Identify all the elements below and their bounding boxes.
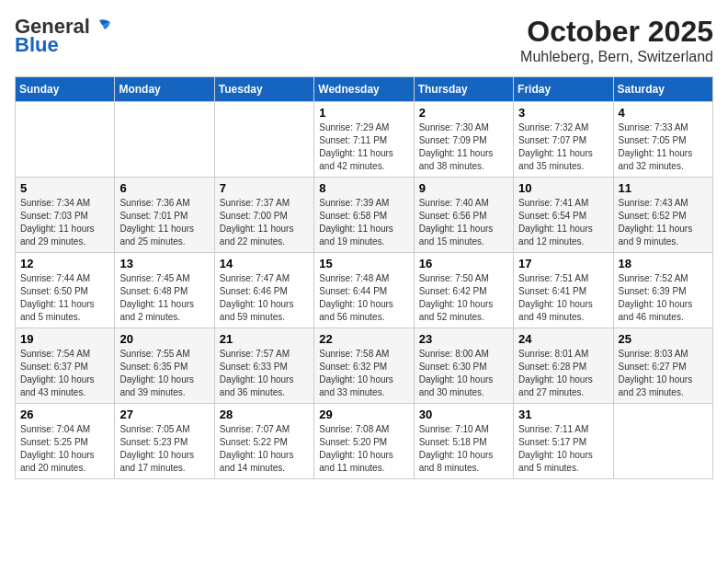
calendar-cell: 7Sunrise: 7:37 AM Sunset: 7:00 PM Daylig… xyxy=(214,178,313,253)
day-info: Sunrise: 7:37 AM Sunset: 7:00 PM Dayligh… xyxy=(220,197,309,248)
calendar-cell: 12Sunrise: 7:44 AM Sunset: 6:50 PM Dayli… xyxy=(16,253,115,328)
calendar-cell: 22Sunrise: 7:58 AM Sunset: 6:32 PM Dayli… xyxy=(314,328,414,404)
calendar-cell: 18Sunrise: 7:52 AM Sunset: 6:39 PM Dayli… xyxy=(613,253,712,328)
weekday-header-thursday: Thursday xyxy=(414,77,513,102)
day-number: 15 xyxy=(319,257,408,270)
calendar-week-row: 12Sunrise: 7:44 AM Sunset: 6:50 PM Dayli… xyxy=(16,253,713,328)
day-info: Sunrise: 7:52 AM Sunset: 6:39 PM Dayligh… xyxy=(619,272,708,324)
calendar-cell: 24Sunrise: 8:01 AM Sunset: 6:28 PM Dayli… xyxy=(514,328,613,404)
day-number: 31 xyxy=(518,408,608,421)
day-number: 24 xyxy=(518,332,608,346)
day-info: Sunrise: 7:36 AM Sunset: 7:01 PM Dayligh… xyxy=(119,197,209,248)
calendar-cell: 17Sunrise: 7:51 AM Sunset: 6:41 PM Dayli… xyxy=(514,253,613,328)
day-number: 8 xyxy=(319,181,408,195)
day-number: 27 xyxy=(119,408,209,421)
title-block: October 2025 Muhleberg, Bern, Switzerlan… xyxy=(520,15,713,65)
day-info: Sunrise: 8:01 AM Sunset: 6:28 PM Dayligh… xyxy=(518,348,608,399)
day-info: Sunrise: 7:40 AM Sunset: 6:56 PM Dayligh… xyxy=(419,197,508,248)
weekday-header-sunday: Sunday xyxy=(16,77,115,102)
calendar-cell: 28Sunrise: 7:07 AM Sunset: 5:22 PM Dayli… xyxy=(214,404,313,479)
weekday-header-tuesday: Tuesday xyxy=(214,77,313,102)
day-number: 19 xyxy=(20,332,109,346)
day-info: Sunrise: 7:57 AM Sunset: 6:33 PM Dayligh… xyxy=(220,348,309,399)
logo: General Blue xyxy=(15,15,112,57)
day-info: Sunrise: 7:08 AM Sunset: 5:20 PM Dayligh… xyxy=(319,423,408,475)
day-number: 26 xyxy=(20,408,109,421)
day-number: 21 xyxy=(220,332,309,346)
calendar-cell: 8Sunrise: 7:39 AM Sunset: 6:58 PM Daylig… xyxy=(314,178,414,253)
calendar-cell xyxy=(613,404,712,479)
weekday-header-monday: Monday xyxy=(115,77,214,102)
day-info: Sunrise: 7:30 AM Sunset: 7:09 PM Dayligh… xyxy=(419,121,508,173)
calendar-cell: 3Sunrise: 7:32 AM Sunset: 7:07 PM Daylig… xyxy=(514,102,613,178)
day-info: Sunrise: 7:11 AM Sunset: 5:17 PM Dayligh… xyxy=(518,423,608,475)
calendar-week-row: 5Sunrise: 7:34 AM Sunset: 7:03 PM Daylig… xyxy=(16,178,713,253)
day-info: Sunrise: 7:07 AM Sunset: 5:22 PM Dayligh… xyxy=(220,423,309,475)
weekday-header-saturday: Saturday xyxy=(613,77,712,102)
day-number: 5 xyxy=(20,181,109,195)
calendar-cell xyxy=(214,102,313,178)
calendar-cell: 9Sunrise: 7:40 AM Sunset: 6:56 PM Daylig… xyxy=(414,178,513,253)
day-info: Sunrise: 7:44 AM Sunset: 6:50 PM Dayligh… xyxy=(20,272,109,324)
location-title: Muhleberg, Bern, Switzerland xyxy=(520,49,713,65)
day-number: 13 xyxy=(119,257,209,270)
day-number: 1 xyxy=(319,106,408,120)
calendar-cell: 13Sunrise: 7:45 AM Sunset: 6:48 PM Dayli… xyxy=(115,253,214,328)
calendar-cell xyxy=(115,102,214,178)
day-info: Sunrise: 7:55 AM Sunset: 6:35 PM Dayligh… xyxy=(119,348,209,399)
day-number: 20 xyxy=(119,332,209,346)
calendar-cell: 31Sunrise: 7:11 AM Sunset: 5:17 PM Dayli… xyxy=(514,404,613,479)
calendar-cell: 27Sunrise: 7:05 AM Sunset: 5:23 PM Dayli… xyxy=(115,404,214,479)
day-number: 9 xyxy=(419,181,508,195)
day-info: Sunrise: 8:03 AM Sunset: 6:27 PM Dayligh… xyxy=(619,348,708,399)
weekday-header-row: SundayMondayTuesdayWednesdayThursdayFrid… xyxy=(16,77,713,102)
day-number: 7 xyxy=(220,181,309,195)
day-info: Sunrise: 7:10 AM Sunset: 5:18 PM Dayligh… xyxy=(419,423,508,475)
day-info: Sunrise: 7:54 AM Sunset: 6:37 PM Dayligh… xyxy=(20,348,109,399)
day-number: 23 xyxy=(419,332,508,346)
calendar-cell: 6Sunrise: 7:36 AM Sunset: 7:01 PM Daylig… xyxy=(115,178,214,253)
day-number: 3 xyxy=(518,106,608,120)
weekday-header-friday: Friday xyxy=(514,77,613,102)
day-number: 14 xyxy=(220,257,309,270)
calendar-week-row: 1Sunrise: 7:29 AM Sunset: 7:11 PM Daylig… xyxy=(16,102,713,178)
day-info: Sunrise: 7:41 AM Sunset: 6:54 PM Dayligh… xyxy=(518,197,608,248)
calendar-cell: 30Sunrise: 7:10 AM Sunset: 5:18 PM Dayli… xyxy=(414,404,513,479)
day-info: Sunrise: 7:43 AM Sunset: 6:52 PM Dayligh… xyxy=(619,197,708,248)
calendar-cell: 16Sunrise: 7:50 AM Sunset: 6:42 PM Dayli… xyxy=(414,253,513,328)
day-number: 25 xyxy=(619,332,708,346)
day-number: 12 xyxy=(20,257,109,270)
day-number: 18 xyxy=(619,257,708,270)
calendar-cell: 26Sunrise: 7:04 AM Sunset: 5:25 PM Dayli… xyxy=(16,404,115,479)
calendar-cell: 25Sunrise: 8:03 AM Sunset: 6:27 PM Dayli… xyxy=(613,328,712,404)
calendar-cell: 4Sunrise: 7:33 AM Sunset: 7:05 PM Daylig… xyxy=(613,102,712,178)
day-number: 4 xyxy=(619,106,708,120)
day-info: Sunrise: 7:47 AM Sunset: 6:46 PM Dayligh… xyxy=(220,272,309,324)
weekday-header-wednesday: Wednesday xyxy=(314,77,414,102)
calendar-week-row: 26Sunrise: 7:04 AM Sunset: 5:25 PM Dayli… xyxy=(16,404,713,479)
logo-bird-icon xyxy=(92,18,112,35)
calendar-cell: 1Sunrise: 7:29 AM Sunset: 7:11 PM Daylig… xyxy=(314,102,414,178)
calendar-cell: 15Sunrise: 7:48 AM Sunset: 6:44 PM Dayli… xyxy=(314,253,414,328)
day-number: 2 xyxy=(419,106,508,120)
calendar-cell: 14Sunrise: 7:47 AM Sunset: 6:46 PM Dayli… xyxy=(214,253,313,328)
day-number: 30 xyxy=(419,408,508,421)
calendar-cell: 29Sunrise: 7:08 AM Sunset: 5:20 PM Dayli… xyxy=(314,404,414,479)
day-info: Sunrise: 7:48 AM Sunset: 6:44 PM Dayligh… xyxy=(319,272,408,324)
day-number: 10 xyxy=(518,181,608,195)
day-info: Sunrise: 7:29 AM Sunset: 7:11 PM Dayligh… xyxy=(319,121,408,173)
calendar-cell: 19Sunrise: 7:54 AM Sunset: 6:37 PM Dayli… xyxy=(16,328,115,404)
calendar-cell xyxy=(16,102,115,178)
day-info: Sunrise: 7:50 AM Sunset: 6:42 PM Dayligh… xyxy=(419,272,508,324)
day-info: Sunrise: 7:33 AM Sunset: 7:05 PM Dayligh… xyxy=(619,121,708,173)
calendar-cell: 2Sunrise: 7:30 AM Sunset: 7:09 PM Daylig… xyxy=(414,102,513,178)
day-info: Sunrise: 7:39 AM Sunset: 6:58 PM Dayligh… xyxy=(319,197,408,248)
day-number: 11 xyxy=(619,181,708,195)
logo-blue-text: Blue xyxy=(15,33,59,57)
day-info: Sunrise: 7:05 AM Sunset: 5:23 PM Dayligh… xyxy=(119,423,209,475)
calendar-cell: 23Sunrise: 8:00 AM Sunset: 6:30 PM Dayli… xyxy=(414,328,513,404)
day-info: Sunrise: 7:45 AM Sunset: 6:48 PM Dayligh… xyxy=(119,272,209,324)
day-info: Sunrise: 7:32 AM Sunset: 7:07 PM Dayligh… xyxy=(518,121,608,173)
day-number: 16 xyxy=(419,257,508,270)
day-number: 29 xyxy=(319,408,408,421)
